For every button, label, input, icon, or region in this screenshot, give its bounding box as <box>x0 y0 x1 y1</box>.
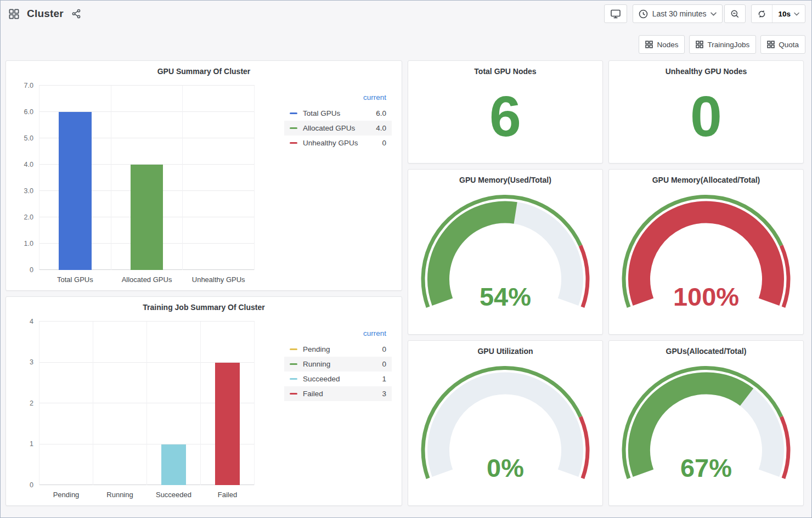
legend-row-unhealthy-gpus[interactable]: Unhealthy GPUs0 <box>284 136 392 150</box>
nav-button-nodes[interactable]: Nodes <box>639 35 685 54</box>
legend-series-value: 1 <box>382 375 386 383</box>
legend-series-label: Running <box>303 360 330 368</box>
share-icon[interactable] <box>70 8 82 20</box>
dashboard-links: Nodes TrainingJobs Quota <box>0 27 812 54</box>
panel-gpu-utilization: GPU Utilization 0% <box>408 340 603 506</box>
legend-series-dash <box>290 348 297 350</box>
stat-value: 0 <box>690 91 722 143</box>
y-axis-tick-label: 2.0 <box>13 214 33 221</box>
clock-icon <box>639 9 648 19</box>
y-axis-tick-label: 4 <box>13 318 33 325</box>
grid-icon <box>767 41 775 48</box>
panel-title[interactable]: Training Job Summary Of Cluster <box>6 297 402 312</box>
legend-series-value: 0 <box>382 139 386 147</box>
legend-series-dash <box>290 378 297 380</box>
zoom-out-button[interactable] <box>724 4 746 23</box>
category-slot: Failed <box>201 322 255 485</box>
category-slot: Unhealthy GPUs <box>183 86 255 270</box>
legend-series-label: Pending <box>303 345 330 353</box>
gauge-value-text: 67% <box>618 455 794 481</box>
y-axis-tick-label: 0 <box>13 267 33 274</box>
y-axis-tick-label: 3.0 <box>13 188 33 195</box>
legend-series-label: Unhealthy GPUs <box>303 139 358 147</box>
category-slot: Allocated GPUs <box>111 86 183 270</box>
top-bar: Cluster Last 30 <box>0 0 812 27</box>
refresh-interval-dropdown[interactable]: 10s <box>772 5 805 22</box>
panel-title[interactable]: Unhealthy GPU Nodes <box>609 61 803 76</box>
grid-icon <box>645 41 653 48</box>
chevron-down-icon <box>710 12 717 16</box>
y-axis-tick-label: 4.0 <box>13 161 33 168</box>
legend-row-running[interactable]: Running0 <box>284 357 392 371</box>
refresh-interval-label: 10s <box>778 10 791 18</box>
dashboard-grid: GPU Summary Of Cluster 01.02.03.04.05.06… <box>0 54 812 506</box>
panel-unhealthy-gpu-nodes: Unhealthy GPU Nodes 0 <box>608 60 804 164</box>
y-axis-tick-label: 3 <box>13 359 33 366</box>
category-slots: Total GPUsAllocated GPUsUnhealthy GPUs <box>39 86 255 270</box>
legend-series-value: 3 <box>382 390 386 398</box>
gpus-allocated-gauge: 67% <box>618 364 794 480</box>
bar-total-gpus <box>59 112 92 270</box>
stat-value: 6 <box>489 91 521 143</box>
gpu-summary-legend: currentTotal GPUs6.0Allocated GPUs4.0Unh… <box>284 92 392 150</box>
legend-current-header[interactable]: current <box>284 328 392 342</box>
legend-current-header[interactable]: current <box>284 92 392 106</box>
training-job-legend: currentPending0Running0Succeeded1Failed3 <box>284 328 392 401</box>
category-slots: PendingRunningSucceededFailed <box>39 322 255 485</box>
category-slot: Pending <box>39 322 93 485</box>
panel-total-gpu-nodes: Total GPU Nodes 6 <box>408 60 603 164</box>
legend-series-dash <box>290 112 297 114</box>
nav-button-label: Nodes <box>657 41 678 49</box>
gauge-value-text: 100% <box>618 284 794 309</box>
nav-button-label: TrainingJobs <box>707 41 749 49</box>
legend-series-label: Failed <box>303 390 323 398</box>
y-axis-tick-label: 6.0 <box>13 109 33 116</box>
panel-title[interactable]: GPUs(Allocated/Total) <box>609 341 803 356</box>
panel-title[interactable]: GPU Memory(Used/Total) <box>408 170 602 184</box>
panel-title[interactable]: GPU Memory(Allocated/Total) <box>609 170 803 184</box>
legend-row-pending[interactable]: Pending0 <box>284 342 392 357</box>
category-slot: Total GPUs <box>39 86 111 270</box>
time-range-label: Last 30 minutes <box>652 9 707 18</box>
legend-row-failed[interactable]: Failed3 <box>284 386 392 401</box>
dashboard-grid-icon[interactable] <box>8 8 20 20</box>
panel-gpus-allocated: GPUs(Allocated/Total) 67% <box>608 340 804 506</box>
gpu-utilization-gauge: 0% <box>418 364 593 480</box>
panel-gpu-memory-allocated: GPU Memory(Allocated/Total) 100% <box>608 169 804 335</box>
bar-failed <box>215 363 240 486</box>
legend-series-label: Allocated GPUs <box>303 124 355 132</box>
bar-allocated-gpus <box>131 165 163 270</box>
legend-series-dash <box>290 363 297 365</box>
nav-button-label: Quota <box>779 41 799 49</box>
panel-title[interactable]: GPU Summary Of Cluster <box>6 61 402 76</box>
tv-mode-button[interactable] <box>604 4 627 23</box>
refresh-controls: 10s <box>751 4 805 23</box>
x-axis-label: Failed <box>190 491 265 499</box>
panel-title[interactable]: GPU Utilization <box>408 341 602 356</box>
nav-button-quota[interactable]: Quota <box>760 35 805 54</box>
category-slot: Succeeded <box>147 322 201 485</box>
zoom-out-icon <box>730 9 740 19</box>
panel-title[interactable]: Total GPU Nodes <box>408 61 602 76</box>
page-title: Cluster <box>27 8 64 20</box>
y-axis-tick-label: 0 <box>13 482 33 489</box>
nav-button-trainingjobs[interactable]: TrainingJobs <box>689 35 756 54</box>
refresh-button[interactable] <box>752 5 772 22</box>
x-axis-label: Unhealthy GPUs <box>168 275 268 284</box>
legend-row-succeeded[interactable]: Succeeded1 <box>284 371 392 386</box>
gpu-summary-bar-chart: 01.02.03.04.05.06.07.0Total GPUsAllocate… <box>39 86 255 270</box>
monitor-icon <box>610 9 621 19</box>
legend-series-value: 4.0 <box>376 124 386 132</box>
y-axis-tick-label: 1.0 <box>13 240 33 247</box>
y-axis-tick-label: 5.0 <box>13 135 33 142</box>
legend-row-total-gpus[interactable]: Total GPUs6.0 <box>284 106 392 121</box>
panel-gpu-summary: GPU Summary Of Cluster 01.02.03.04.05.06… <box>5 60 402 291</box>
legend-series-label: Total GPUs <box>303 109 340 117</box>
legend-row-allocated-gpus[interactable]: Allocated GPUs4.0 <box>284 121 392 136</box>
chevron-down-icon <box>794 12 799 16</box>
time-range-picker[interactable]: Last 30 minutes <box>633 4 723 23</box>
legend-series-value: 0 <box>382 360 386 368</box>
refresh-icon <box>757 9 766 19</box>
panel-gpu-memory-used: GPU Memory(Used/Total) 54% <box>408 169 603 335</box>
legend-series-value: 0 <box>382 345 386 353</box>
